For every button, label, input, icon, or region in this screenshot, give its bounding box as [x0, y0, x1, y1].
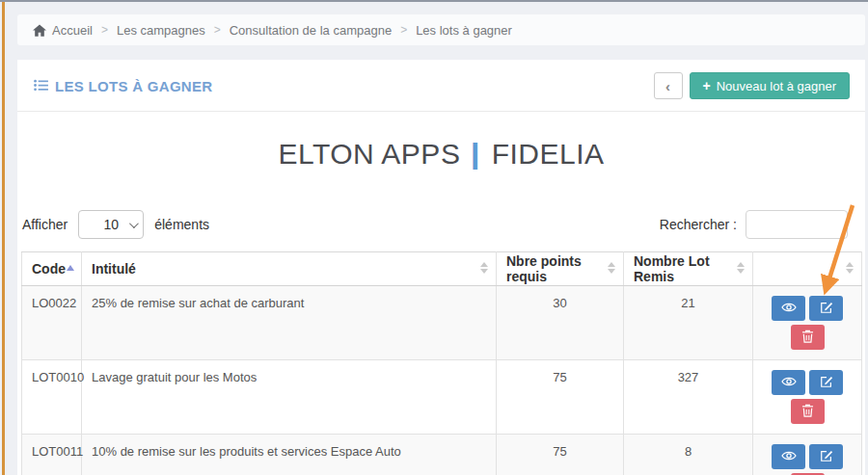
column-header-points[interactable]: Nbre points requis [497, 252, 624, 286]
cell-code: LO0022 [22, 286, 82, 360]
edit-button[interactable] [809, 444, 843, 469]
edit-icon [820, 301, 833, 317]
cell-actions [753, 435, 862, 475]
heading-actions: ‹ + Nouveau lot à gagner [654, 72, 851, 99]
title-separator: | [469, 138, 484, 171]
sort-icon [846, 262, 854, 274]
home-icon [33, 24, 46, 37]
delete-button[interactable] [791, 325, 825, 350]
breadcrumb-separator: > [214, 23, 221, 37]
cell-code: LOT0010 [22, 360, 82, 435]
sort-icon [480, 262, 488, 274]
page-size-select[interactable]: 10 [78, 210, 144, 239]
table-row: LOT0010 Lavage gratuit pour les Motos 75… [22, 360, 862, 435]
sort-asc-icon [67, 265, 74, 271]
breadcrumb-separator: > [400, 23, 407, 37]
chevron-down-icon [129, 219, 139, 228]
show-label: Afficher [22, 217, 68, 232]
new-lot-button[interactable]: + Nouveau lot à gagner [690, 72, 851, 99]
trash-icon [801, 404, 814, 420]
cell-intitule: 10% de remise sur les produits et servic… [82, 435, 497, 475]
campaign-title-left: ELTON APPS [278, 138, 460, 171]
view-button[interactable] [772, 370, 805, 395]
cell-remis: 327 [624, 360, 753, 435]
view-button[interactable] [772, 444, 805, 469]
cell-actions [753, 286, 862, 360]
edit-button[interactable] [809, 370, 843, 395]
sort-icon [737, 262, 745, 274]
page-size-value: 10 [103, 217, 119, 232]
panel-heading: LES LOTS À GAGNER ‹ + Nouveau lot à gagn… [17, 60, 865, 112]
main-panel: LES LOTS À GAGNER ‹ + Nouveau lot à gagn… [17, 60, 865, 475]
eye-icon [781, 302, 797, 316]
cell-points: 75 [497, 360, 624, 435]
breadcrumb-separator: > [101, 23, 108, 37]
search-input[interactable] [746, 210, 848, 239]
column-header-actions[interactable] [753, 252, 862, 286]
column-header-remis[interactable]: Nombre Lot Remis [624, 252, 753, 286]
table-header-row: Code Intitulé Nbre points requis Nombre … [22, 252, 862, 286]
plus-icon: + [703, 78, 711, 93]
breadcrumb-item-lots: Les lots à gagner [416, 23, 512, 38]
chevron-left-icon: ‹ [665, 78, 670, 94]
back-button[interactable]: ‹ [654, 72, 683, 99]
panel-title-label: LES LOTS À GAGNER [55, 78, 212, 94]
breadcrumb-item-accueil[interactable]: Accueil [52, 23, 93, 38]
cell-code: LOT0011 [22, 435, 82, 475]
cell-intitule: 25% de remise sur achat de carburant [82, 286, 497, 360]
cell-remis: 8 [624, 435, 753, 475]
breadcrumb-item-consultation[interactable]: Consultation de la campagne [230, 23, 392, 38]
table-row: LOT0011 10% de remise sur les produits e… [22, 435, 862, 475]
lots-table: Code Intitulé Nbre points requis Nombre … [21, 251, 862, 475]
sort-icon [608, 262, 615, 274]
new-lot-button-label: Nouveau lot à gagner [717, 79, 836, 93]
edit-icon [820, 375, 833, 391]
eye-icon [781, 376, 797, 390]
eye-icon [781, 450, 797, 464]
column-header-code[interactable]: Code [22, 252, 82, 286]
cell-actions [753, 360, 862, 435]
view-button[interactable] [772, 296, 805, 321]
breadcrumb-item-campagnes[interactable]: Les campagnes [117, 23, 205, 38]
cell-intitule: Lavage gratuit pour les Motos [82, 360, 497, 435]
trash-icon [801, 330, 814, 346]
table-row: LO0022 25% de remise sur achat de carbur… [22, 286, 862, 360]
edit-button[interactable] [809, 296, 843, 321]
edit-icon [820, 449, 833, 465]
table-controls: Afficher 10 éléments Rechercher : [22, 210, 860, 239]
cell-points: 75 [497, 435, 624, 475]
search-control: Rechercher : [660, 210, 848, 239]
panel-title: LES LOTS À GAGNER [34, 78, 212, 94]
cell-points: 30 [497, 286, 624, 360]
column-header-intitule[interactable]: Intitulé [82, 252, 497, 286]
elements-label: éléments [154, 217, 209, 232]
list-icon [34, 78, 48, 94]
campaign-title-right: FIDELIA [492, 138, 605, 171]
breadcrumb: Accueil > Les campagnes > Consultation d… [17, 14, 865, 45]
delete-button[interactable] [791, 399, 825, 424]
left-accent-border [2, 2, 5, 475]
cell-remis: 21 [624, 286, 753, 360]
search-label: Rechercher : [660, 217, 737, 232]
campaign-title: ELTON APPS | FIDELIA [17, 138, 865, 171]
page-length-control: Afficher 10 éléments [22, 210, 209, 239]
